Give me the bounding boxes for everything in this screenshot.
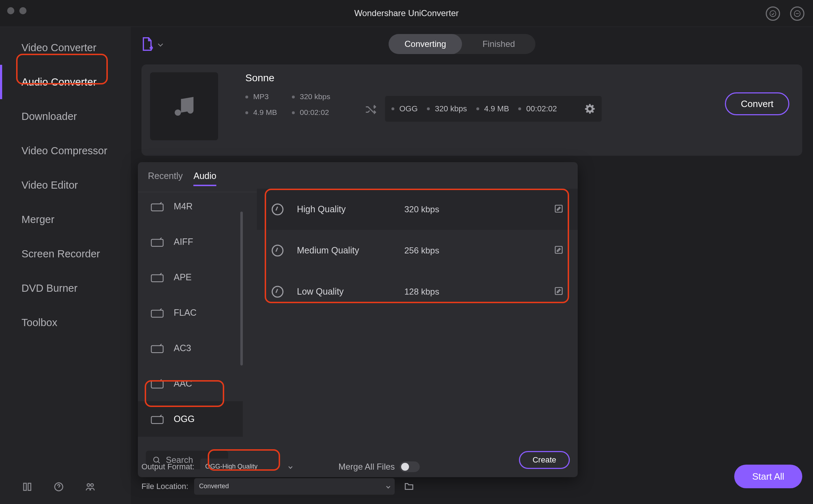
quality-item-medium[interactable]: Medium Quality 256 kbps bbox=[257, 230, 578, 271]
svg-rect-9 bbox=[151, 239, 163, 246]
settings-icon[interactable] bbox=[585, 103, 595, 114]
svg-rect-16 bbox=[555, 205, 562, 212]
output-format-value: OGG-High Quality bbox=[205, 463, 285, 470]
sidebar-item-video-editor[interactable]: Video Editor bbox=[0, 168, 131, 202]
edit-icon[interactable] bbox=[554, 245, 563, 256]
tab-recently[interactable]: Recently bbox=[148, 171, 183, 186]
sidebar-item-toolbox[interactable]: Toolbox bbox=[0, 305, 131, 340]
minimize-window-icon[interactable] bbox=[19, 7, 27, 14]
output-meta-bar[interactable]: OGG 320 kbps 4.9 MB 00:02:02 bbox=[385, 96, 602, 122]
add-file-button[interactable] bbox=[141, 37, 162, 51]
format-label: AIFF bbox=[174, 237, 193, 247]
svg-rect-11 bbox=[151, 310, 163, 317]
title-bar: Wondershare UniConverter bbox=[0, 0, 813, 27]
format-icon bbox=[151, 343, 164, 354]
audio-thumbnail[interactable] bbox=[150, 72, 218, 140]
src-duration: 00:02:02 bbox=[292, 108, 349, 117]
quality-name: Low Quality bbox=[297, 286, 404, 297]
format-item-flac[interactable]: FLAC bbox=[138, 295, 243, 330]
swap-icon[interactable] bbox=[364, 103, 377, 117]
output-format-select[interactable]: OGG-High Quality bbox=[200, 459, 297, 475]
segment-finished[interactable]: Finished bbox=[462, 39, 535, 49]
svg-point-17 bbox=[272, 245, 283, 256]
tutorial-icon[interactable] bbox=[20, 480, 34, 494]
svg-rect-10 bbox=[151, 275, 163, 282]
svg-point-15 bbox=[272, 204, 283, 215]
svg-rect-14 bbox=[151, 416, 163, 423]
svg-point-5 bbox=[91, 484, 93, 486]
merge-switch[interactable] bbox=[400, 461, 420, 472]
close-window-icon[interactable] bbox=[7, 7, 14, 14]
sidebar-item-label: Video Compressor bbox=[21, 145, 107, 157]
sidebar-item-downloader[interactable]: Downloader bbox=[0, 99, 131, 134]
svg-rect-12 bbox=[151, 345, 163, 353]
sidebar-item-label: DVD Burner bbox=[21, 282, 77, 294]
format-item-ape[interactable]: APE bbox=[138, 260, 243, 295]
window-traffic-lights bbox=[7, 7, 27, 14]
sidebar-item-screen-recorder[interactable]: Screen Recorder bbox=[0, 237, 131, 271]
format-label: AAC bbox=[174, 378, 192, 389]
format-item-aiff[interactable]: AIFF bbox=[138, 224, 243, 260]
src-format: MP3 bbox=[245, 92, 292, 101]
file-card: Sonne MP3 320 kbps 4.9 MB 00:02:02 OGG 3… bbox=[141, 64, 802, 156]
sidebar: Video Converter Audio Converter Download… bbox=[0, 27, 131, 504]
format-item-aac[interactable]: AAC bbox=[138, 366, 243, 401]
quality-icon bbox=[271, 285, 284, 298]
quality-icon bbox=[271, 244, 284, 257]
format-icon bbox=[151, 272, 164, 283]
help-icon[interactable] bbox=[52, 480, 66, 494]
convert-button[interactable]: Convert bbox=[725, 92, 789, 115]
format-item-m4r[interactable]: M4R bbox=[138, 189, 243, 224]
sidebar-item-label: Audio Converter bbox=[21, 76, 97, 88]
quality-name: Medium Quality bbox=[297, 245, 404, 256]
tab-audio[interactable]: Audio bbox=[193, 171, 216, 186]
output-format-label: Output Format: bbox=[141, 462, 194, 471]
community-icon[interactable] bbox=[83, 480, 97, 494]
sidebar-item-label: Video Editor bbox=[21, 179, 78, 191]
format-list[interactable]: M4R AIFF APE FLAC AC3 AAC OGG bbox=[138, 189, 243, 437]
svg-point-6 bbox=[175, 110, 181, 116]
format-item-ac3[interactable]: AC3 bbox=[138, 330, 243, 366]
sidebar-item-video-compressor[interactable]: Video Compressor bbox=[0, 134, 131, 168]
edit-icon[interactable] bbox=[554, 286, 563, 297]
sidebar-item-audio-converter[interactable]: Audio Converter bbox=[0, 65, 131, 99]
sidebar-item-dvd-burner[interactable]: DVD Burner bbox=[0, 271, 131, 305]
quality-item-high[interactable]: High Quality 320 kbps bbox=[257, 189, 578, 230]
svg-rect-8 bbox=[151, 204, 163, 211]
bottom-bar: Output Format: OGG-High Quality Merge Al… bbox=[141, 457, 802, 496]
content-area: Converting Finished Sonne MP3 320 kbps 4… bbox=[131, 27, 813, 504]
dst-size: 4.9 MB bbox=[476, 104, 509, 113]
format-icon bbox=[151, 237, 164, 247]
format-item-ogg[interactable]: OGG bbox=[138, 401, 243, 437]
format-icon bbox=[151, 378, 164, 389]
dst-bitrate: 320 kbps bbox=[427, 104, 467, 113]
source-meta: MP3 320 kbps 4.9 MB 00:02:02 bbox=[245, 92, 349, 117]
chevron-down-icon bbox=[288, 465, 292, 469]
open-folder-icon[interactable] bbox=[404, 482, 414, 491]
quality-name: High Quality bbox=[297, 204, 404, 214]
quality-rate: 320 kbps bbox=[404, 204, 439, 214]
sidebar-item-label: Video Converter bbox=[21, 42, 96, 54]
svg-rect-18 bbox=[555, 246, 562, 253]
svg-point-19 bbox=[272, 286, 283, 297]
edit-icon[interactable] bbox=[554, 204, 563, 215]
format-label: M4R bbox=[174, 201, 193, 212]
quality-item-low[interactable]: Low Quality 128 kbps bbox=[257, 271, 578, 312]
chevron-down-icon bbox=[386, 484, 390, 488]
account-icon[interactable] bbox=[766, 6, 780, 21]
dst-format: OGG bbox=[391, 104, 418, 113]
start-all-button[interactable]: Start All bbox=[734, 465, 802, 488]
segment-converting[interactable]: Converting bbox=[389, 34, 462, 54]
svg-point-0 bbox=[770, 11, 776, 17]
format-label: AC3 bbox=[174, 343, 191, 353]
sidebar-item-video-converter[interactable]: Video Converter bbox=[0, 30, 131, 65]
file-location-select[interactable]: Converted bbox=[194, 478, 395, 495]
dst-duration: 00:02:02 bbox=[518, 104, 557, 113]
format-icon bbox=[151, 201, 164, 212]
format-label: APE bbox=[174, 272, 192, 282]
file-location-label: File Location: bbox=[141, 482, 188, 491]
feedback-icon[interactable] bbox=[790, 6, 804, 21]
format-scrollbar[interactable] bbox=[240, 212, 243, 365]
sidebar-item-merger[interactable]: Merger bbox=[0, 202, 131, 237]
app-title: Wondershare UniConverter bbox=[354, 8, 459, 18]
